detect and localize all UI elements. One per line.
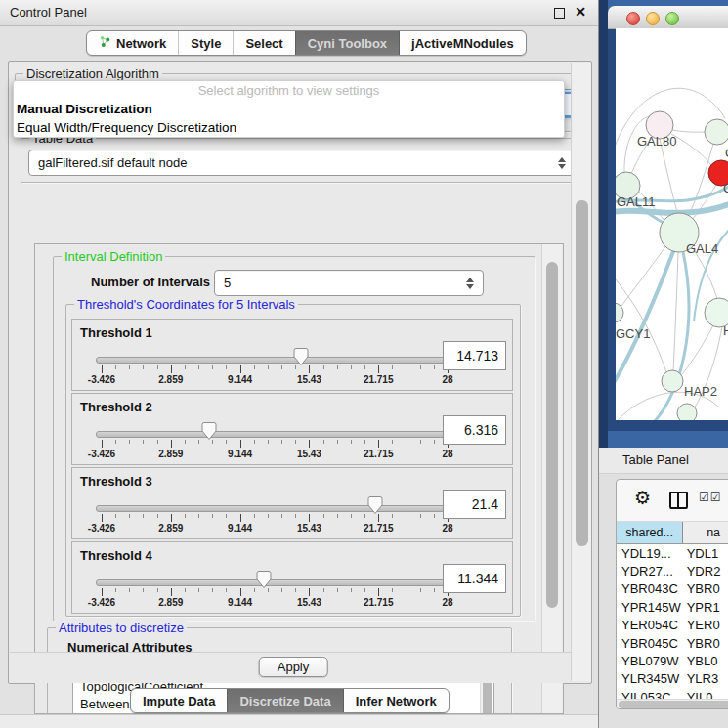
table-hscrollbar-track[interactable] (617, 699, 728, 709)
network-node-hap2[interactable] (662, 370, 683, 392)
tab-select[interactable]: Select (233, 31, 294, 55)
cell-shared-name: YDL19... (617, 546, 683, 561)
tick-mark (115, 588, 116, 592)
slider-track[interactable] (96, 505, 455, 512)
network-edge[interactable] (660, 139, 678, 215)
network-node-node-cut-topright[interactable] (705, 119, 728, 145)
tab-network[interactable]: Network (87, 31, 178, 55)
network-edge[interactable] (616, 245, 666, 320)
table-hscrollbar-thumb[interactable] (619, 701, 728, 708)
gear-icon[interactable]: ⚙ (634, 488, 651, 509)
combobox-stepper-icon (553, 157, 571, 169)
tab-infer-network[interactable]: Infer Network (343, 689, 449, 712)
table-row[interactable]: YBR043CYBR0 (617, 580, 728, 598)
tick-mark (185, 514, 186, 518)
table-row[interactable]: YLR345WYLR3 (617, 670, 728, 688)
tick-mark (143, 514, 144, 518)
slider-track[interactable] (96, 579, 455, 586)
split-columns-icon[interactable] (669, 492, 688, 509)
table-panel-section: Table Panel ⚙ ☑☑ shared... na YDL19...YD… (599, 448, 728, 728)
tick-mark (157, 440, 158, 444)
cell-name: YDL1 (683, 546, 728, 561)
tick-mark (268, 514, 269, 518)
slider-thumb[interactable] (293, 347, 309, 366)
cell-shared-name: YBL079W (617, 654, 683, 668)
slider-ticks (102, 440, 448, 448)
number-of-intervals-combobox[interactable]: 5 (214, 270, 484, 296)
threshold-value-input[interactable] (443, 490, 506, 519)
zoom-traffic-light-icon[interactable] (665, 12, 679, 25)
tick-mark (157, 365, 158, 369)
tab-impute-data[interactable]: Impute Data (131, 689, 227, 712)
threshold-value-input[interactable] (443, 564, 506, 593)
desktop-backdrop-shadow (599, 0, 608, 448)
column-header-name[interactable]: na (683, 522, 728, 544)
algorithm-group-label: Discretization Algorithm (23, 66, 162, 81)
threshold-value-input[interactable] (443, 341, 506, 370)
tick-label: -3.426 (88, 597, 115, 608)
network-edge[interactable] (673, 252, 678, 371)
content-scrollbar-track[interactable] (571, 63, 591, 681)
node-label-h: H (723, 323, 728, 338)
cell-name: YBL0 (683, 654, 728, 668)
table-row[interactable]: YDR27...YDR2 (617, 562, 728, 579)
tick-mark (226, 514, 227, 518)
slider-thumb[interactable] (367, 495, 383, 515)
minimize-traffic-light-icon[interactable] (646, 12, 660, 25)
tick-mark (337, 440, 338, 444)
table-row[interactable]: YBL079WYBL0 (617, 652, 728, 669)
network-edge[interactable] (616, 249, 674, 386)
select-columns-icon[interactable]: ☑☑ (699, 491, 722, 504)
table-data-combobox[interactable]: galFiltered.sif default node (28, 150, 576, 176)
table-panel: ⚙ ☑☑ shared... na YDL19...YDL1YDR27...YD… (616, 479, 728, 709)
tick-mark (102, 365, 103, 373)
tick-mark (198, 365, 199, 369)
table-row[interactable]: YPR145WYPR1 (617, 598, 728, 616)
table-row[interactable]: YBR045CYBR0 (617, 634, 728, 652)
cyni-bottom-tabbar: Impute DataDiscretize DataInfer Network (130, 688, 450, 713)
dropdown-option-equal-width[interactable]: Equal Width/Frequency Discretization (14, 118, 564, 137)
settings-scrollbar-track[interactable] (541, 244, 562, 713)
apply-strip: Apply (10, 652, 577, 683)
table-row[interactable]: YER054CYER0 (617, 617, 728, 634)
dropdown-option-manual-discretization[interactable]: Manual Discretization (14, 100, 564, 118)
table-row[interactable]: YIL053CYIL0 (617, 688, 728, 699)
content-scrollbar-thumb[interactable] (576, 200, 588, 546)
slider-track[interactable] (96, 357, 455, 364)
slider-ticks (102, 514, 448, 522)
column-header-shared-name[interactable]: shared... (617, 522, 683, 544)
settings-scrollbar-thumb[interactable] (546, 262, 558, 608)
tick-mark (171, 440, 172, 448)
tab-jactivemnodules[interactable]: jActiveMNodules (399, 31, 526, 55)
network-node-gcy1[interactable] (616, 303, 623, 322)
table-row[interactable]: YDL19...YDL1 (617, 544, 728, 562)
node-label-gal4: GAL4 (686, 241, 718, 256)
network-node-node-cut-bottom[interactable] (677, 404, 697, 420)
threshold-value-input[interactable] (443, 415, 506, 445)
tick-mark (212, 365, 213, 369)
network-edge[interactable] (672, 130, 707, 132)
network-view-canvas[interactable]: GAL80GCGAL11GAL4GCY1HHAP2 (616, 28, 728, 420)
float-window-icon[interactable] (554, 8, 565, 19)
tab-discretize-data[interactable]: Discretize Data (227, 689, 342, 712)
network-edge[interactable] (671, 134, 711, 165)
tick-mark (185, 588, 186, 592)
tick-mark (351, 365, 352, 369)
tab-cyni-toolbox[interactable]: Cyni Toolbox (295, 31, 399, 55)
close-icon[interactable]: ✕ (575, 4, 586, 20)
tick-mark (309, 365, 310, 373)
apply-button[interactable]: Apply (259, 657, 328, 677)
tick-mark (268, 365, 269, 369)
network-window-titlebar (608, 6, 728, 29)
close-traffic-light-icon[interactable] (626, 12, 640, 25)
cell-name: YBR0 (683, 636, 728, 651)
tab-style[interactable]: Style (178, 31, 233, 55)
interval-definition-group-label: Interval Definition (62, 249, 165, 264)
tick-label: 2.859 (158, 523, 183, 534)
slider-thumb[interactable] (201, 421, 217, 441)
cell-name: YER0 (683, 618, 728, 632)
cell-shared-name: YLR345W (617, 671, 683, 686)
slider-thumb[interactable] (256, 570, 272, 589)
slider-track[interactable] (96, 431, 455, 438)
dropdown-hint-option[interactable]: Select algorithm to view settings (14, 81, 564, 100)
